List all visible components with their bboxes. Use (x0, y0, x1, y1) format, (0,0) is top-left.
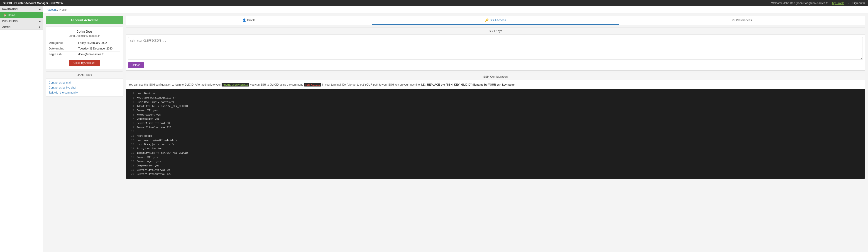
line-content: ServerAliveCountMax 120 (137, 172, 171, 176)
line-number: 16 (128, 155, 134, 160)
ssh-key-input[interactable] (128, 37, 863, 60)
line-content: ServerAliveInterval 60 (137, 121, 170, 125)
ssh-config-section: SSH Configuration You can use this SSH c… (126, 73, 865, 179)
useful-links-card: Useful links Contact us by mail Contact … (46, 71, 123, 97)
ssh-tab-icon: 🔑 (485, 19, 489, 22)
code-line: 11Host glcid (126, 134, 865, 138)
line-number: 9 (128, 125, 134, 130)
sidebar-admin-header[interactable]: ADMIN ▶ (0, 24, 43, 30)
profile-tab-label: Profile (247, 19, 256, 22)
sidebar-publishing-header[interactable]: PUBLISHING ▶ (0, 19, 43, 24)
line-number: 12 (128, 138, 134, 143)
line-content (137, 130, 138, 134)
preferences-tab-icon: ⚙ (732, 19, 735, 22)
app-title: GLICID - CLuster Account Manager - PREVI… (3, 2, 63, 5)
tab-preferences[interactable]: ⚙ Preferences (619, 16, 865, 25)
line-number: 4 (128, 104, 134, 109)
line-number: 17 (128, 159, 134, 164)
line-content: Host Bastion (137, 91, 155, 96)
date-joined-sep: : (74, 41, 78, 45)
tab-profile[interactable]: 👤 Profile (126, 16, 372, 25)
code-line: 7 Compression yes (126, 117, 865, 121)
profile-tab-icon: 👤 (243, 19, 246, 22)
code-line: 19 ServerAliveInterval 60 (126, 168, 865, 172)
ssh-tab-label: SSH Access (490, 19, 506, 22)
right-panel: 👤 Profile 🔑 SSH Access ⚙ Preferences SSH… (126, 16, 865, 249)
date-joined-label: Date joined (49, 41, 74, 45)
breadcrumb-account[interactable]: Account (47, 8, 57, 11)
home-icon: 🏠 (3, 13, 7, 17)
line-content: Hostname login-001.glcid.fr (137, 138, 177, 143)
sidebar-item-home-label: Home (8, 13, 15, 17)
line-number: 5 (128, 109, 134, 113)
code-line: 8 ServerAliveInterval 60 (126, 121, 865, 125)
line-number: 15 (128, 151, 134, 155)
tab-bar: 👤 Profile 🔑 SSH Access ⚙ Preferences (126, 16, 865, 25)
login-ssh-label: Login ssh (49, 53, 74, 56)
community-link[interactable]: Talk with the community (49, 91, 120, 94)
profile-name: John Doe (49, 29, 120, 33)
line-number: 6 (128, 113, 134, 117)
line-content: ForwardX11 yes (137, 155, 158, 160)
breadcrumb-profile: Profile (59, 8, 66, 11)
topbar-sep: - (848, 2, 849, 5)
line-content: Compression yes (137, 164, 159, 168)
line-number: 10 (128, 130, 134, 134)
tab-ssh-access[interactable]: 🔑 SSH Access (372, 16, 619, 25)
date-ending-label: Date ending (49, 47, 74, 50)
upload-button[interactable]: Upload (128, 62, 144, 68)
breadcrumb-separator: / (57, 8, 58, 11)
layout: NAVIGATION ▶ 🏠 Home PUBLISHING ▶ ADMIN ▶… (0, 6, 868, 252)
line-number: 8 (128, 121, 134, 125)
line-content: IdentityFile ~/.ssh/SSH_KEY_GLICID (137, 104, 188, 109)
date-ending-value: Tuesday 31 December 2030 (78, 47, 120, 50)
sign-out-link[interactable]: Sign-out © (852, 2, 865, 5)
sidebar-nav-header[interactable]: NAVIGATION ▶ (0, 6, 43, 12)
line-number: 18 (128, 164, 134, 168)
contact-mail-link[interactable]: Contact us by mail (49, 81, 120, 84)
date-joined-field: Date joined : Friday 28 January 2022 (49, 40, 120, 46)
useful-links-body: Contact us by mail Contact us by live ch… (46, 79, 123, 96)
line-number: 20 (128, 172, 134, 176)
topbar: GLICID - CLuster Account Manager - PREVI… (0, 0, 868, 6)
useful-links-header: Useful links (46, 72, 123, 79)
ssh-keys-card: SSH Keys Upload (126, 27, 865, 71)
line-content: ForwardX11 yes (137, 109, 158, 113)
ssh-desc-part2: you can SSH to GLICID using the command (250, 83, 304, 86)
sidebar-item-home[interactable]: 🏠 Home (0, 12, 43, 19)
line-content: Hostname bastion.glicid.fr (137, 96, 176, 100)
contact-chat-link[interactable]: Contact us by live chat (49, 86, 120, 89)
code-line: 20 ServerAliveCountMax 120 (126, 172, 865, 176)
ssh-command: ssh GLICID (304, 83, 321, 86)
line-content: User Doe-j@univ-nantes.fr (137, 100, 175, 105)
line-content: IdentityFile ~/.ssh/SSH_KEY_GLICID (137, 151, 188, 155)
close-account-button[interactable]: Close my Account (69, 60, 100, 66)
line-number: 1 (128, 91, 134, 96)
code-line: 16 ForwardX11 yes (126, 155, 865, 160)
admin-chevron-icon: ▶ (39, 26, 40, 28)
line-content: ServerAliveInterval 60 (137, 168, 170, 172)
topbar-right: Welcome John Doe (John.Doe@univ-nantes.f… (771, 2, 865, 5)
line-number: 13 (128, 142, 134, 147)
ssh-desc-part1: You can use this SSH configuration to lo… (129, 83, 221, 86)
line-content: ForwardAgent yes (137, 159, 161, 164)
line-number: 19 (128, 168, 134, 172)
profile-card: John Doe John.Doe@univ-nantes.fr Date jo… (46, 27, 123, 69)
date-ending-sep: : (74, 47, 78, 50)
login-ssh-value: doe-j@univ-nantes.fr (78, 53, 120, 56)
code-line: 10 (126, 130, 865, 134)
code-line: 12 Hostname login-001.glcid.fr (126, 138, 865, 143)
breadcrumb: Account / Profile (43, 6, 868, 13)
line-number: 14 (128, 147, 134, 151)
main-content: Account / Profile Account Activated John… (43, 6, 868, 252)
ssh-note: I.E : REPLACE the "SSH_KEY_GLICID" filen… (421, 83, 515, 86)
login-ssh-sep: : (74, 53, 78, 56)
config-path: ~HOME/.ssh/config (222, 83, 249, 86)
code-line: 6 ForwardAgent yes (126, 113, 865, 117)
preferences-tab-label: Preferences (736, 19, 752, 22)
code-line: 5 ForwardX11 yes (126, 109, 865, 113)
code-line: 2 Hostname bastion.glicid.fr (126, 96, 865, 100)
my-profile-link[interactable]: My Profile (832, 2, 844, 5)
line-number: 11 (128, 134, 134, 138)
line-content: Compression yes (137, 117, 159, 121)
